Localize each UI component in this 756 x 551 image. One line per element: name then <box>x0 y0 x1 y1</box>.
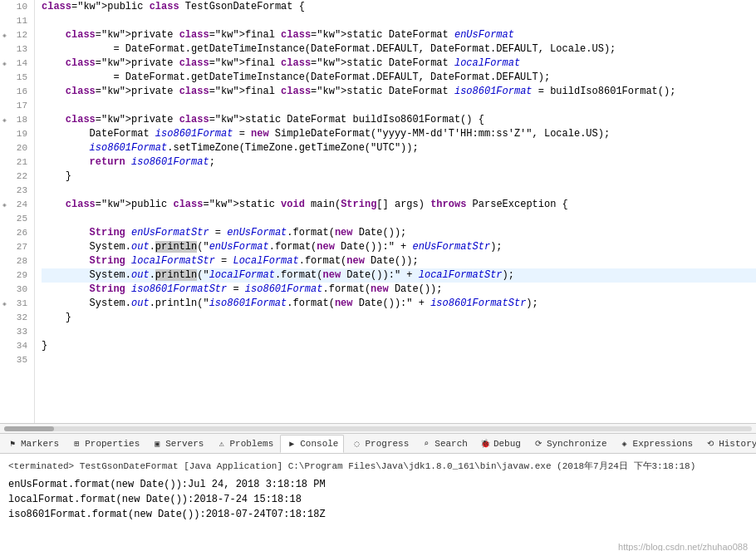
history-label: History <box>719 439 756 449</box>
code-line: } <box>42 170 756 184</box>
line-number: 13 <box>4 42 27 57</box>
tab-search[interactable]: ⌕Search <box>415 435 473 453</box>
code-line: class="kw">public class TestGsonDateForm… <box>42 0 756 14</box>
console-icon: ▶ <box>286 438 297 450</box>
tab-synchronize[interactable]: ⟳Synchronize <box>528 435 612 453</box>
code-line: String enUsFormatStr = enUsFormat.format… <box>42 226 756 240</box>
properties-label: Properties <box>85 439 140 449</box>
line-number: 19 <box>4 127 27 141</box>
code-line: class="kw">private class="kw">final clas… <box>42 28 756 42</box>
expressions-label: Expressions <box>633 439 694 449</box>
history-icon: ⟲ <box>704 438 716 450</box>
code-line: class="kw">private class="kw">final clas… <box>42 85 756 99</box>
code-line: class="kw">private class="kw">final clas… <box>42 57 756 71</box>
line-number: 20 <box>4 141 27 155</box>
code-line: } <box>42 339 756 353</box>
watermark: https://blog.csdn.net/zhuhao088 <box>618 542 748 551</box>
line-number: 35 <box>4 353 27 367</box>
progress-icon: ◌ <box>351 438 362 450</box>
tab-markers[interactable]: ⚑Markers <box>2 435 64 453</box>
code-line: } <box>42 311 756 325</box>
line-number: 21 <box>4 155 27 170</box>
progress-label: Progress <box>365 439 409 449</box>
line-number: 31 <box>4 297 27 311</box>
console-section: <terminated> TestGsonDateFormat [Java Ap… <box>0 454 756 551</box>
code-line: = DateFormat.getDateTimeInstance(DateFor… <box>42 71 756 85</box>
horizontal-scrollbar[interactable] <box>0 424 756 434</box>
console-label: Console <box>300 439 338 449</box>
synchronize-icon: ⟳ <box>533 438 544 450</box>
code-line: String localFormatStr = LocalFormat.form… <box>42 254 756 268</box>
synchronize-label: Synchronize <box>547 439 607 449</box>
markers-icon: ⚑ <box>7 438 18 450</box>
console-output: enUsFormat.format(new Date()):Jul 24, 20… <box>8 477 748 522</box>
line-numbers: 1011121314151617181920212223242526272829… <box>0 0 35 423</box>
console-output-line: iso8601Format.format(new Date()):2018-07… <box>8 507 748 522</box>
line-number: 14 <box>4 57 27 71</box>
search-label: Search <box>434 439 468 449</box>
line-number: 22 <box>4 170 27 184</box>
markers-label: Markers <box>21 439 59 449</box>
line-number: 16 <box>4 85 27 99</box>
line-number: 10 <box>4 0 27 14</box>
console-output-line: localFormat.format(new Date()):2018-7-24… <box>8 492 748 507</box>
tab-expressions[interactable]: ◈Expressions <box>614 435 699 453</box>
line-number: 34 <box>4 339 27 353</box>
code-line <box>42 353 756 367</box>
line-number: 15 <box>4 71 27 85</box>
code-line: System.out.println("enUsFormat.format(ne… <box>42 240 756 254</box>
code-line: DateFormat iso8601Format = new SimpleDat… <box>42 127 756 141</box>
scroll-thumb[interactable] <box>4 426 54 431</box>
tab-servers[interactable]: ▣Servers <box>146 435 209 453</box>
code-line: System.out.println("iso8601Format.format… <box>42 297 756 311</box>
code-line <box>42 14 756 28</box>
properties-icon: ⊞ <box>71 438 82 450</box>
console-output-line: enUsFormat.format(new Date()):Jul 24, 20… <box>8 477 748 492</box>
tab-debug[interactable]: 🐞Debug <box>474 435 526 453</box>
problems-label: Problems <box>229 439 273 449</box>
code-lines[interactable]: class="kw">public class TestGsonDateForm… <box>35 0 756 423</box>
search-icon: ⌕ <box>420 438 432 450</box>
line-number: 17 <box>4 99 27 113</box>
line-number: 32 <box>4 311 27 325</box>
code-line: = DateFormat.getDateTimeInstance(DateFor… <box>42 42 756 57</box>
code-content: 1011121314151617181920212223242526272829… <box>0 0 756 423</box>
line-number: 26 <box>4 226 27 240</box>
code-line: iso8601Format.setTimeZone(TimeZone.getTi… <box>42 141 756 155</box>
line-number: 23 <box>4 184 27 198</box>
tab-console[interactable]: ▶Console <box>280 435 344 453</box>
code-line: System.out.println("localFormat.format(n… <box>42 268 756 283</box>
line-number: 12 <box>4 28 27 42</box>
line-number: 28 <box>4 254 27 268</box>
code-line: class="kw">public class="kw">static void… <box>42 198 756 212</box>
tab-progress[interactable]: ◌Progress <box>346 435 414 453</box>
line-number: 30 <box>4 283 27 297</box>
line-number: 24 <box>4 198 27 212</box>
tab-history[interactable]: ⟲History <box>700 435 756 453</box>
scroll-track[interactable] <box>4 426 752 431</box>
line-number: 33 <box>4 325 27 339</box>
code-line: class="kw">private class="kw">static Dat… <box>42 113 756 127</box>
code-line: String iso8601FormatStr = iso8601Format.… <box>42 283 756 297</box>
code-line <box>42 212 756 226</box>
console-terminated-line: <terminated> TestGsonDateFormat [Java Ap… <box>8 459 748 474</box>
console-area: <terminated> TestGsonDateFormat [Java Ap… <box>0 454 756 527</box>
debug-icon: 🐞 <box>479 438 491 450</box>
line-number: 11 <box>4 14 27 28</box>
tab-properties[interactable]: ⊞Properties <box>66 435 145 453</box>
code-line <box>42 99 756 113</box>
bottom-tabs: ⚑Markers⊞Properties▣Servers⚠Problems▶Con… <box>0 434 756 454</box>
code-line: return iso8601Format; <box>42 155 756 170</box>
line-number: 25 <box>4 212 27 226</box>
code-line <box>42 325 756 339</box>
line-number: 18 <box>4 113 27 127</box>
problems-icon: ⚠ <box>215 438 227 450</box>
line-number: 29 <box>4 268 27 283</box>
tab-problems[interactable]: ⚠Problems <box>210 435 278 453</box>
expressions-icon: ◈ <box>619 438 631 450</box>
servers-icon: ▣ <box>151 438 163 450</box>
line-number: 27 <box>4 240 27 254</box>
servers-label: Servers <box>165 439 204 449</box>
debug-label: Debug <box>493 439 521 449</box>
editor-area: 1011121314151617181920212223242526272829… <box>0 0 756 424</box>
